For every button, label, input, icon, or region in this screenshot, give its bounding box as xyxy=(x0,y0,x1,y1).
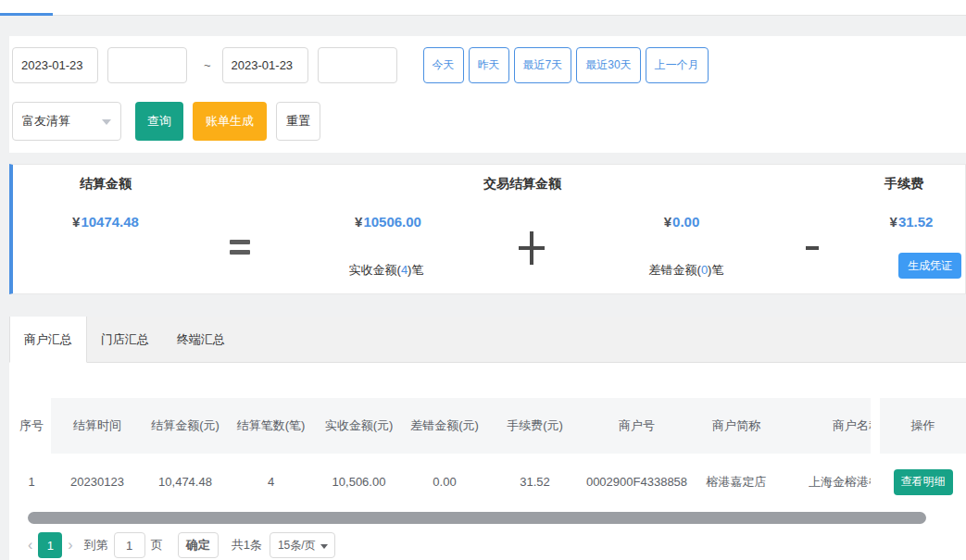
cell-fee: 31.52 xyxy=(486,454,583,510)
settle-amount-value: ¥10474.48 xyxy=(72,214,139,230)
quick-yesterday-button[interactable]: 昨天 xyxy=(469,47,509,83)
cell-received-amount: 10,506.00 xyxy=(315,454,403,510)
merchant-summary-table: 序号 结算时间 结算金额(元) 结算笔数(笔) 实收金额(元) 差错金额(元) … xyxy=(9,363,966,560)
summary-table-card: 商户汇总 门店汇总 终端汇总 序号 结算时间 结算金额(元) 结算笔数(笔) 实… xyxy=(9,317,966,560)
prev-page-icon[interactable]: ‹ xyxy=(22,537,38,554)
current-page-button[interactable]: 1 xyxy=(38,532,62,558)
minus-icon xyxy=(806,246,819,250)
scrollbar-thumb[interactable] xyxy=(28,512,926,524)
cell-index: 1 xyxy=(12,454,51,510)
goto-confirm-button[interactable]: 确定 xyxy=(178,532,219,558)
currency-symbol: ¥ xyxy=(72,214,80,230)
cell-settle-amount: 10,474.48 xyxy=(144,454,227,510)
settlement-page: ~ 今天 昨天 最近7天 最近30天 上一个月 富友清算 查询 账单生成 重置 … xyxy=(0,0,966,560)
start-date-input[interactable] xyxy=(12,47,98,83)
date-filter-row: ~ 今天 昨天 最近7天 最近30天 上一个月 xyxy=(12,47,963,83)
goto-page-input[interactable] xyxy=(114,532,145,558)
top-tab-bar xyxy=(0,0,966,15)
cell-settle-count: 4 xyxy=(227,454,315,510)
cell-action: 查看明细 xyxy=(880,454,966,510)
trade-settle-group-label: 交易结算金额 xyxy=(483,176,561,193)
horizontal-scrollbar[interactable] xyxy=(28,512,957,524)
next-page-icon[interactable]: › xyxy=(62,537,78,554)
received-count-label: 实收金额(4)笔 xyxy=(349,262,424,279)
bill-generate-button[interactable]: 账单生成 xyxy=(193,102,267,141)
goto-page-prefix: 到第 xyxy=(84,537,108,554)
date-range-separator: ~ xyxy=(204,58,211,72)
summary-tabs: 商户汇总 门店汇总 终端汇总 xyxy=(9,317,966,363)
cell-error-amount: 0.00 xyxy=(403,454,486,510)
generate-voucher-button[interactable]: 生成凭证 xyxy=(898,253,961,279)
col-header-received-amount: 实收金额(元) xyxy=(315,398,403,454)
goto-page-suffix: 页 xyxy=(151,537,163,554)
quick-lastmonth-button[interactable]: 上一个月 xyxy=(646,47,709,83)
channel-select[interactable]: 富友清算 xyxy=(12,102,121,141)
page-size-value: 15条/页 xyxy=(278,538,316,554)
col-header-action: 操作 xyxy=(880,398,966,454)
active-tab-indicator xyxy=(0,13,53,16)
view-detail-button[interactable]: 查看明细 xyxy=(894,469,953,495)
settle-amount-label: 结算金额 xyxy=(80,176,132,193)
currency-symbol: ¥ xyxy=(355,214,362,230)
currency-symbol: ¥ xyxy=(664,214,671,230)
cell-merchant-name: 上海金榕港餐饮管 xyxy=(783,454,871,510)
tab-store-summary[interactable]: 门店汇总 xyxy=(87,317,163,362)
action-filter-row: 富友清算 查询 账单生成 重置 xyxy=(12,102,963,141)
settlement-summary-panel: 结算金额 ¥10474.48 交易结算金额 ¥10506.00 实收金额(4)笔… xyxy=(9,164,966,294)
equals-icon xyxy=(230,240,250,255)
plus-icon xyxy=(515,231,548,265)
fee-label: 手续费 xyxy=(884,176,923,193)
fixed-column-gap xyxy=(871,454,880,510)
end-date-input[interactable] xyxy=(222,47,308,83)
col-header-settle-count: 结算笔数(笔) xyxy=(227,398,315,454)
fixed-column-gap xyxy=(871,398,880,454)
col-header-merchant-short-name: 商户简称 xyxy=(690,398,783,454)
top-tab-divider xyxy=(0,15,966,16)
pagination-bar: ‹ 1 › 到第 页 确定 共1条 15条/页 xyxy=(22,532,966,558)
quick-date-buttons: 今天 昨天 最近7天 最近30天 上一个月 xyxy=(423,47,713,83)
col-header-settle-time: 结算时间 xyxy=(51,398,144,454)
table-row: 1 20230123 10,474.48 4 10,506.00 0.00 31… xyxy=(9,454,966,510)
start-time-input[interactable] xyxy=(107,47,187,83)
col-header-merchant-no: 商户号 xyxy=(583,398,690,454)
fee-value: ¥31.52 xyxy=(890,214,934,230)
currency-symbol: ¥ xyxy=(890,214,897,230)
col-header-settle-amount: 结算金额(元) xyxy=(144,398,227,454)
reset-button[interactable]: 重置 xyxy=(276,102,320,141)
caret-down-icon xyxy=(102,119,111,125)
end-time-input[interactable] xyxy=(318,47,397,83)
col-header-index: 序号 xyxy=(12,398,51,454)
error-amount-value: ¥0.00 xyxy=(664,214,700,230)
cell-merchant-short-name: 榕港嘉定店 xyxy=(690,454,783,510)
quick-last7days-button[interactable]: 最近7天 xyxy=(514,47,572,83)
quick-last30days-button[interactable]: 最近30天 xyxy=(576,47,640,83)
query-button[interactable]: 查询 xyxy=(135,102,183,141)
total-count-label: 共1条 xyxy=(232,537,262,554)
tab-terminal-summary[interactable]: 终端汇总 xyxy=(163,317,239,362)
page-size-select[interactable]: 15条/页 xyxy=(270,532,335,558)
table-row-main: 1 20230123 10,474.48 4 10,506.00 0.00 31… xyxy=(12,454,871,510)
col-header-merchant-name: 商户名称 xyxy=(783,398,871,454)
table-header-row: 序号 结算时间 结算金额(元) 结算笔数(笔) 实收金额(元) 差错金额(元) … xyxy=(9,398,966,454)
cell-merchant-no: 0002900F4338858 xyxy=(583,454,690,510)
channel-select-value: 富友清算 xyxy=(22,113,70,130)
cell-settle-time: 20230123 xyxy=(51,454,144,510)
caret-down-icon xyxy=(320,544,328,549)
col-header-error-amount: 差错金额(元) xyxy=(403,398,486,454)
quick-today-button[interactable]: 今天 xyxy=(423,47,464,83)
tab-merchant-summary[interactable]: 商户汇总 xyxy=(9,317,87,363)
received-amount-value: ¥10506.00 xyxy=(355,214,421,230)
table-header-main: 序号 结算时间 结算金额(元) 结算笔数(笔) 实收金额(元) 差错金额(元) … xyxy=(12,398,871,454)
col-header-fee: 手续费(元) xyxy=(486,398,583,454)
filter-panel: ~ 今天 昨天 最近7天 最近30天 上一个月 富友清算 查询 账单生成 重置 xyxy=(9,36,966,153)
error-count-label: 差错金额(0)笔 xyxy=(649,262,724,279)
